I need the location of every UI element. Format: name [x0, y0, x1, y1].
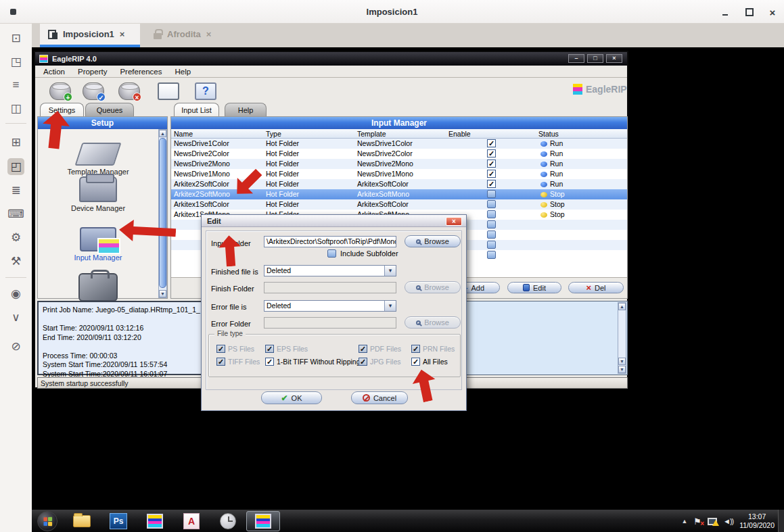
tab-imposicion1[interactable]: Imposicion1 × — [40, 24, 140, 45]
taskbar-photoshop-button[interactable]: Ps — [108, 512, 129, 531]
filetype-tiff-files[interactable]: TIFF Files — [216, 357, 260, 366]
rip-close-icon[interactable] — [606, 54, 622, 63]
dialog-titlebar[interactable]: Edit — [202, 215, 466, 227]
network-warning-icon[interactable] — [708, 518, 717, 525]
scroll-down-icon[interactable]: ▼ — [618, 366, 626, 373]
disconnect-icon[interactable]: ⊘ — [7, 338, 24, 355]
enable-checkbox[interactable] — [487, 149, 496, 158]
input-add-database-icon[interactable]: + — [49, 82, 71, 100]
tab-input-list[interactable]: Input List — [174, 103, 219, 116]
include-subfolder-checkbox[interactable] — [327, 249, 336, 258]
checkbox[interactable] — [216, 358, 225, 366]
rip-titlebar[interactable]: EagleRIP 4.0 — [35, 52, 627, 66]
enable-checkbox[interactable] — [487, 160, 496, 168]
enable-checkbox[interactable] — [487, 220, 496, 228]
filetype-1-bit-tiff-without-ripping[interactable]: 1-Bit TIFF Without Ripping — [265, 357, 361, 366]
scroll-down-icon[interactable]: ▼ — [159, 290, 166, 297]
menu-preferences[interactable]: Preferences — [120, 68, 162, 76]
view-options-icon[interactable]: ≡ — [7, 76, 24, 93]
setup-scrollbar[interactable]: ▲ ▼ — [158, 129, 167, 298]
tab-help[interactable]: Help — [225, 103, 267, 116]
host-maximize-icon[interactable] — [741, 5, 758, 20]
setup-item-device-manager[interactable]: Device Manager — [38, 176, 158, 212]
multi-monitor-icon[interactable]: ◫ — [7, 100, 24, 117]
input-folder-browse-button[interactable]: Browse — [405, 235, 461, 247]
tab-afrodita[interactable]: Afrodita × — [145, 24, 228, 45]
menu-action[interactable]: Action — [43, 68, 65, 76]
rip-minimize-icon[interactable] — [568, 54, 584, 63]
enable-checkbox[interactable] — [487, 180, 496, 188]
tools-wrench-icon[interactable]: ⚒ — [7, 253, 24, 270]
volume-icon[interactable]: ◄)) — [723, 517, 733, 525]
tab-close-icon[interactable]: × — [120, 29, 125, 39]
help-icon[interactable]: ? — [195, 82, 216, 100]
checkbox[interactable] — [265, 358, 274, 366]
enable-checkbox[interactable] — [487, 241, 496, 249]
enable-checkbox[interactable] — [487, 200, 496, 208]
scroll-down-icon[interactable]: ▼ — [618, 358, 626, 365]
enable-checkbox[interactable] — [487, 139, 496, 147]
tab-queues[interactable]: Queues — [85, 103, 134, 116]
fullscreen-icon[interactable]: ◳ — [7, 53, 24, 70]
screenshot-camera-icon[interactable]: ◉ — [7, 285, 24, 302]
dropdown-arrow-icon[interactable]: ▾ — [384, 301, 396, 311]
edit-button[interactable]: Edit — [507, 282, 561, 293]
taskbar-clock-app-button[interactable] — [217, 512, 239, 531]
enable-checkbox[interactable] — [487, 190, 496, 198]
finished-file-select[interactable]: Deleted ▾ — [264, 265, 396, 276]
table-row[interactable]: NewsDrive1ColorHot FolderNewsDrive1Color… — [171, 139, 627, 149]
table-row[interactable]: NewsDrive2ColorHot FolderNewsDrive2Color… — [171, 149, 627, 159]
dynamic-resolution-icon[interactable]: ⊞ — [7, 134, 24, 151]
panel-menu-icon[interactable]: ≣ — [7, 182, 24, 199]
input-enable-database-icon[interactable]: ✓ — [83, 82, 104, 100]
checkbox[interactable] — [359, 358, 367, 366]
menu-help[interactable]: Help — [175, 68, 191, 76]
enable-checkbox[interactable] — [487, 251, 496, 259]
rip-maximize-icon[interactable] — [587, 54, 603, 63]
filetype-eps-files[interactable]: EPS Files — [265, 344, 308, 353]
input-delete-database-icon[interactable]: × — [118, 82, 140, 100]
checkbox[interactable] — [216, 345, 225, 353]
dropdown-arrow-icon[interactable]: ▾ — [384, 266, 396, 276]
taskbar-explorer-button[interactable] — [71, 512, 93, 531]
enable-checkbox[interactable] — [487, 231, 496, 239]
host-close-icon[interactable] — [764, 5, 781, 20]
log-scrollbar[interactable]: ▲ ▼ ▼ — [618, 302, 626, 374]
filetype-ps-files[interactable]: PS Files — [216, 344, 254, 353]
taskbar-acrobat-button[interactable]: A — [181, 512, 202, 531]
filetype-jpg-files[interactable]: JPG Files — [359, 357, 401, 366]
filetype-all-files[interactable]: All Files — [411, 357, 448, 366]
scaled-mode-icon[interactable]: ◰ — [7, 158, 24, 175]
checkbox[interactable] — [411, 345, 420, 353]
checkbox[interactable] — [411, 358, 420, 366]
scroll-up-icon[interactable]: ▲ — [618, 303, 626, 310]
dialog-close-icon[interactable]: × — [446, 217, 462, 226]
error-file-select[interactable]: Deleted ▾ — [264, 300, 396, 312]
table-row[interactable]: Arkitex1SoftColorHot FolderArkitexSoftCo… — [171, 199, 627, 210]
filetype-pdf-files[interactable]: PDF Files — [359, 344, 401, 353]
action-center-flag-icon[interactable]: ⚑ — [693, 516, 701, 527]
host-minimize-icon[interactable] — [717, 5, 733, 20]
checkbox[interactable] — [359, 345, 367, 353]
input-folder-field[interactable]: \ArkitexDirector\Softproof\ToRip\Pdf\Mon… — [264, 236, 396, 247]
preferences-gears-icon[interactable]: ⚙ — [7, 229, 24, 246]
scroll-thumb[interactable] — [159, 138, 166, 288]
start-button[interactable] — [37, 511, 57, 531]
minimize-chevron-icon[interactable]: ∨ — [7, 309, 24, 326]
hidden-icons-chevron-icon[interactable]: ▲ — [681, 518, 687, 525]
job-list-document-icon[interactable] — [158, 82, 179, 100]
taskbar-active-eaglerip-button[interactable] — [246, 511, 280, 531]
del-button[interactable]: × Del — [568, 282, 624, 293]
filetype-prn-files[interactable]: PRN Files — [411, 344, 455, 353]
tab-close-icon[interactable]: × — [206, 29, 212, 39]
checkbox[interactable] — [265, 345, 274, 353]
enable-checkbox[interactable] — [487, 170, 496, 178]
menu-property[interactable]: Property — [78, 68, 107, 76]
keyboard-grab-icon[interactable]: ⌨ — [7, 205, 24, 222]
taskbar-eaglerip-button[interactable] — [144, 512, 166, 531]
scroll-up-icon[interactable]: ▲ — [159, 130, 166, 137]
show-desktop-button[interactable] — [778, 510, 784, 532]
cancel-button[interactable]: Cancel — [351, 391, 408, 404]
enable-checkbox[interactable] — [487, 210, 496, 218]
taskbar-clock[interactable]: 13:07 11/09/2020 — [739, 512, 775, 530]
